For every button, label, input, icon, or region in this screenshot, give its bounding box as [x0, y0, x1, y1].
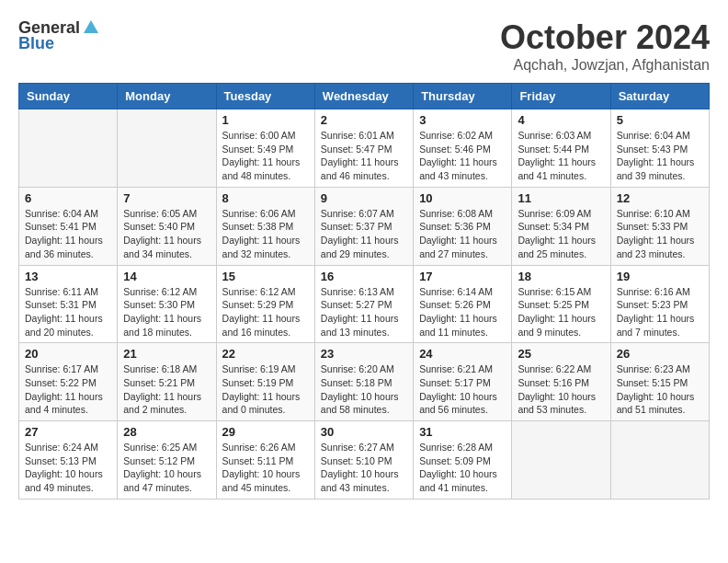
day-info: Sunrise: 6:04 AMSunset: 5:43 PMDaylight:…	[617, 129, 703, 183]
calendar-cell: 15Sunrise: 6:12 AMSunset: 5:29 PMDayligh…	[216, 265, 314, 343]
day-info: Sunrise: 6:09 AMSunset: 5:34 PMDaylight:…	[518, 207, 604, 261]
day-info: Sunrise: 6:12 AMSunset: 5:29 PMDaylight:…	[222, 285, 309, 339]
day-number: 19	[617, 270, 703, 283]
calendar-cell: 10Sunrise: 6:08 AMSunset: 5:36 PMDayligh…	[414, 187, 512, 265]
calendar-cell: 28Sunrise: 6:25 AMSunset: 5:12 PMDayligh…	[118, 421, 216, 500]
day-number: 2	[321, 113, 407, 127]
calendar-cell: 23Sunrise: 6:20 AMSunset: 5:18 PMDayligh…	[314, 343, 413, 421]
day-info: Sunrise: 6:10 AMSunset: 5:33 PMDaylight:…	[617, 207, 703, 261]
day-info: Sunrise: 6:26 AMSunset: 5:11 PMDaylight:…	[222, 441, 309, 495]
day-number: 23	[321, 347, 407, 361]
logo-blue-text: Blue	[18, 34, 54, 53]
day-number: 18	[518, 270, 604, 283]
day-number: 10	[419, 191, 506, 205]
day-info: Sunrise: 6:12 AMSunset: 5:30 PMDaylight:…	[123, 285, 210, 339]
day-info: Sunrise: 6:08 AMSunset: 5:36 PMDaylight:…	[419, 207, 506, 261]
calendar-cell: 2Sunrise: 6:01 AMSunset: 5:47 PMDaylight…	[314, 109, 413, 188]
day-number: 12	[617, 191, 703, 205]
day-info: Sunrise: 6:19 AMSunset: 5:19 PMDaylight:…	[222, 362, 309, 417]
weekday-header-tuesday: Tuesday	[216, 84, 314, 109]
day-info: Sunrise: 6:05 AMSunset: 5:40 PMDaylight:…	[123, 207, 210, 261]
title-area: October 2024 Aqchah, Jowzjan, Afghanista…	[500, 18, 710, 74]
calendar-cell: 3Sunrise: 6:02 AMSunset: 5:46 PMDaylight…	[414, 109, 512, 188]
day-number: 13	[25, 270, 111, 283]
weekday-header-sunday: Sunday	[19, 84, 118, 109]
calendar-cell: 20Sunrise: 6:17 AMSunset: 5:22 PMDayligh…	[19, 343, 118, 421]
day-number: 25	[518, 347, 604, 361]
month-title: October 2024	[500, 18, 710, 57]
weekday-header-row: SundayMondayTuesdayWednesdayThursdayFrid…	[19, 84, 710, 109]
day-number: 27	[25, 425, 111, 439]
day-info: Sunrise: 6:24 AMSunset: 5:13 PMDaylight:…	[25, 441, 111, 495]
day-info: Sunrise: 6:15 AMSunset: 5:25 PMDaylight:…	[518, 285, 604, 339]
calendar-cell: 12Sunrise: 6:10 AMSunset: 5:33 PMDayligh…	[610, 187, 709, 265]
logo: General Blue	[18, 18, 100, 53]
day-info: Sunrise: 6:23 AMSunset: 5:15 PMDaylight:…	[617, 362, 703, 417]
calendar-week-5: 27Sunrise: 6:24 AMSunset: 5:13 PMDayligh…	[19, 421, 710, 500]
header: General Blue October 2024 Aqchah, Jowzja…	[18, 18, 710, 74]
location-title: Aqchah, Jowzjan, Afghanistan	[500, 57, 710, 74]
calendar-week-1: 1Sunrise: 6:00 AMSunset: 5:49 PMDaylight…	[19, 109, 710, 188]
calendar-body: 1Sunrise: 6:00 AMSunset: 5:49 PMDaylight…	[19, 109, 710, 500]
day-number: 7	[123, 191, 210, 205]
day-number: 8	[222, 191, 309, 205]
day-info: Sunrise: 6:03 AMSunset: 5:44 PMDaylight:…	[518, 129, 604, 183]
day-number: 14	[123, 270, 210, 283]
calendar-cell: 18Sunrise: 6:15 AMSunset: 5:25 PMDayligh…	[512, 265, 610, 343]
day-number: 3	[419, 113, 506, 127]
day-info: Sunrise: 6:01 AMSunset: 5:47 PMDaylight:…	[321, 129, 407, 183]
day-number: 24	[419, 347, 506, 361]
day-number: 29	[222, 425, 309, 439]
weekday-header-wednesday: Wednesday	[314, 84, 413, 109]
day-number: 26	[617, 347, 703, 361]
day-info: Sunrise: 6:00 AMSunset: 5:49 PMDaylight:…	[222, 129, 309, 183]
calendar-cell: 14Sunrise: 6:12 AMSunset: 5:30 PMDayligh…	[118, 265, 216, 343]
day-number: 28	[123, 425, 210, 439]
day-info: Sunrise: 6:17 AMSunset: 5:22 PMDaylight:…	[25, 362, 111, 417]
calendar-cell	[610, 421, 709, 500]
calendar-cell	[512, 421, 610, 500]
day-info: Sunrise: 6:02 AMSunset: 5:46 PMDaylight:…	[419, 129, 506, 183]
calendar-cell: 21Sunrise: 6:18 AMSunset: 5:21 PMDayligh…	[118, 343, 216, 421]
day-info: Sunrise: 6:06 AMSunset: 5:38 PMDaylight:…	[222, 207, 309, 261]
calendar-cell: 7Sunrise: 6:05 AMSunset: 5:40 PMDaylight…	[118, 187, 216, 265]
calendar-cell: 1Sunrise: 6:00 AMSunset: 5:49 PMDaylight…	[216, 109, 314, 188]
calendar-cell: 11Sunrise: 6:09 AMSunset: 5:34 PMDayligh…	[512, 187, 610, 265]
calendar-cell: 16Sunrise: 6:13 AMSunset: 5:27 PMDayligh…	[314, 265, 413, 343]
day-info: Sunrise: 6:27 AMSunset: 5:10 PMDaylight:…	[321, 441, 407, 495]
day-number: 30	[321, 425, 407, 439]
logo-icon	[82, 18, 100, 37]
day-info: Sunrise: 6:04 AMSunset: 5:41 PMDaylight:…	[25, 207, 111, 261]
calendar-week-2: 6Sunrise: 6:04 AMSunset: 5:41 PMDaylight…	[19, 187, 710, 265]
day-info: Sunrise: 6:11 AMSunset: 5:31 PMDaylight:…	[25, 285, 111, 339]
calendar-cell: 5Sunrise: 6:04 AMSunset: 5:43 PMDaylight…	[610, 109, 709, 188]
day-info: Sunrise: 6:18 AMSunset: 5:21 PMDaylight:…	[123, 362, 210, 417]
day-number: 9	[321, 191, 407, 205]
day-info: Sunrise: 6:13 AMSunset: 5:27 PMDaylight:…	[321, 285, 407, 339]
weekday-header-monday: Monday	[118, 84, 216, 109]
calendar-cell: 17Sunrise: 6:14 AMSunset: 5:26 PMDayligh…	[414, 265, 512, 343]
calendar-cell: 6Sunrise: 6:04 AMSunset: 5:41 PMDaylight…	[19, 187, 118, 265]
calendar: SundayMondayTuesdayWednesdayThursdayFrid…	[18, 83, 710, 500]
calendar-cell	[118, 109, 216, 188]
day-info: Sunrise: 6:20 AMSunset: 5:18 PMDaylight:…	[321, 362, 407, 417]
calendar-week-3: 13Sunrise: 6:11 AMSunset: 5:31 PMDayligh…	[19, 265, 710, 343]
day-info: Sunrise: 6:07 AMSunset: 5:37 PMDaylight:…	[321, 207, 407, 261]
calendar-cell: 31Sunrise: 6:28 AMSunset: 5:09 PMDayligh…	[414, 421, 512, 500]
calendar-cell: 13Sunrise: 6:11 AMSunset: 5:31 PMDayligh…	[19, 265, 118, 343]
day-number: 17	[419, 270, 506, 283]
day-number: 1	[222, 113, 309, 127]
weekday-header-thursday: Thursday	[414, 84, 512, 109]
day-number: 21	[123, 347, 210, 361]
calendar-cell: 24Sunrise: 6:21 AMSunset: 5:17 PMDayligh…	[414, 343, 512, 421]
svg-marker-0	[84, 20, 98, 33]
calendar-week-4: 20Sunrise: 6:17 AMSunset: 5:22 PMDayligh…	[19, 343, 710, 421]
day-number: 15	[222, 270, 309, 283]
calendar-cell: 30Sunrise: 6:27 AMSunset: 5:10 PMDayligh…	[314, 421, 413, 500]
day-info: Sunrise: 6:28 AMSunset: 5:09 PMDaylight:…	[419, 441, 506, 495]
day-number: 31	[419, 425, 506, 439]
calendar-cell: 19Sunrise: 6:16 AMSunset: 5:23 PMDayligh…	[610, 265, 709, 343]
calendar-cell: 25Sunrise: 6:22 AMSunset: 5:16 PMDayligh…	[512, 343, 610, 421]
weekday-header-saturday: Saturday	[610, 84, 709, 109]
calendar-cell: 26Sunrise: 6:23 AMSunset: 5:15 PMDayligh…	[610, 343, 709, 421]
